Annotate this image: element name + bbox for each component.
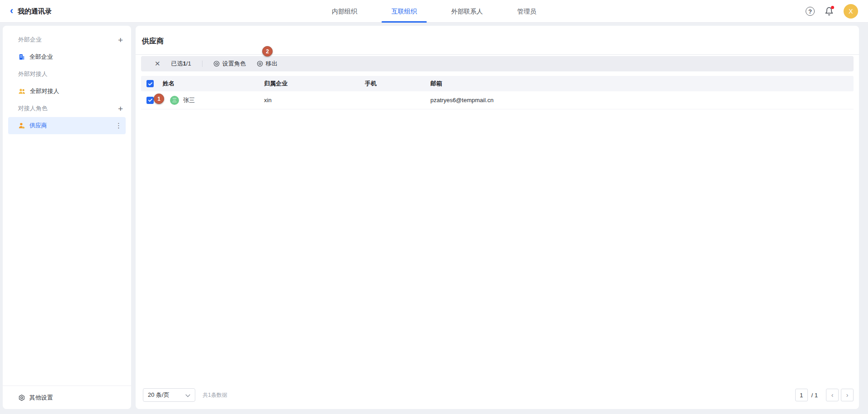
group-label: 外部企业 bbox=[18, 36, 42, 44]
building-icon bbox=[18, 53, 25, 61]
set-role-label: 设置角色 bbox=[222, 60, 246, 68]
col-header-name: 姓名 bbox=[159, 80, 260, 88]
sidebar-item-label: 全部对接人 bbox=[30, 87, 59, 95]
sidebar-group-external-liaison: 外部对接人 bbox=[3, 66, 131, 83]
page-size-value: 20 条/页 bbox=[148, 391, 170, 399]
clear-selection-icon[interactable]: ✕ bbox=[155, 60, 160, 68]
sidebar-item-label: 供应商 bbox=[29, 122, 47, 130]
page-size-select[interactable]: 20 条/页 bbox=[143, 388, 195, 402]
row-avatar: 三 bbox=[170, 96, 179, 105]
more-options-icon[interactable]: ⋮ bbox=[115, 122, 122, 130]
notification-bell-icon[interactable] bbox=[825, 7, 834, 16]
selected-suffix: /1 bbox=[186, 60, 191, 67]
next-page-button[interactable]: › bbox=[841, 389, 854, 401]
group-label: 外部对接人 bbox=[18, 70, 47, 78]
current-page-input[interactable]: 1 bbox=[795, 389, 808, 401]
main-panel: 供应商 ✕ 已选1/1 设置角色 移出 姓名 归属企业 手机 bbox=[136, 26, 859, 409]
remove-label: 移出 bbox=[266, 60, 278, 68]
col-header-mobile: 手机 bbox=[361, 80, 427, 88]
pagination: 1 / 1 ‹ › bbox=[795, 389, 854, 401]
row-email: pzatryes6@tempmail.cn bbox=[427, 97, 854, 104]
remove-button[interactable]: 移出 bbox=[257, 60, 278, 68]
settings-gear-icon bbox=[18, 394, 25, 401]
sidebar-item-label: 全部企业 bbox=[29, 53, 53, 61]
table-row[interactable]: 三 张三 xin pzatryes6@tempmail.cn bbox=[141, 91, 854, 109]
selected-count: 1 bbox=[183, 60, 186, 67]
row-name: 张三 bbox=[183, 96, 195, 104]
selected-count-text: 已选1/1 bbox=[171, 60, 191, 68]
tab-admin[interactable]: 管理员 bbox=[517, 0, 536, 23]
add-enterprise-icon[interactable]: + bbox=[118, 36, 123, 44]
selection-toolbar: ✕ 已选1/1 设置角色 移出 bbox=[141, 56, 854, 71]
set-role-button[interactable]: 设置角色 bbox=[213, 60, 246, 68]
chevron-down-icon bbox=[185, 392, 190, 399]
page-total-text: / 1 bbox=[811, 392, 818, 399]
group-label: 对接人角色 bbox=[18, 104, 47, 113]
members-table: 姓名 归属企业 手机 邮箱 三 张三 xin pzatryes6@tempmai… bbox=[141, 76, 854, 109]
sidebar: 外部企业 + 全部企业 外部对接人 全部对接人 对接人角色 + 供应商 bbox=[3, 26, 131, 409]
header-tabs: 内部组织 互联组织 外部联系人 管理员 bbox=[0, 0, 868, 23]
other-settings-label: 其他设置 bbox=[29, 394, 53, 402]
prev-page-button[interactable]: ‹ bbox=[826, 389, 839, 401]
tab-external-contacts[interactable]: 外部联系人 bbox=[451, 0, 483, 23]
other-settings-button[interactable]: 其他设置 bbox=[3, 386, 131, 409]
remove-ring-icon bbox=[257, 61, 263, 67]
select-all-checkbox[interactable] bbox=[146, 80, 154, 87]
table-header-row: 姓名 归属企业 手机 邮箱 bbox=[141, 76, 854, 91]
annotation-marker-1: 1 bbox=[154, 94, 164, 104]
row-checkbox[interactable] bbox=[146, 97, 154, 104]
row-company: xin bbox=[260, 97, 361, 104]
sidebar-item-all-liaisons[interactable]: 全部对接人 bbox=[8, 83, 126, 100]
toolbar-divider bbox=[202, 61, 203, 67]
user-avatar[interactable]: X bbox=[844, 4, 858, 19]
role-ring-icon bbox=[213, 61, 220, 67]
notification-dot bbox=[831, 6, 834, 9]
tab-internal-org[interactable]: 内部组织 bbox=[332, 0, 357, 23]
add-role-icon[interactable]: + bbox=[118, 104, 123, 113]
sidebar-group-liaison-roles: 对接人角色 + bbox=[3, 100, 131, 117]
table-footer: 20 条/页 共1条数据 1 / 1 ‹ › bbox=[136, 384, 859, 409]
sidebar-group-external-enterprise: 外部企业 + bbox=[3, 31, 131, 48]
supplier-person-icon bbox=[18, 122, 25, 129]
people-icon bbox=[18, 88, 26, 95]
top-header: ‹ 我的通讯录 内部组织 互联组织 外部联系人 管理员 ? X bbox=[0, 0, 868, 23]
col-header-company: 归属企业 bbox=[260, 80, 361, 88]
content-title: 供应商 bbox=[136, 26, 859, 55]
help-icon[interactable]: ? bbox=[806, 7, 815, 16]
sidebar-item-supplier[interactable]: 供应商 ⋮ bbox=[8, 117, 126, 134]
sidebar-item-all-enterprises[interactable]: 全部企业 bbox=[8, 48, 126, 66]
annotation-marker-2: 2 bbox=[262, 46, 273, 56]
selected-prefix: 已选 bbox=[171, 60, 183, 67]
total-count-text: 共1条数据 bbox=[203, 391, 227, 399]
col-header-email: 邮箱 bbox=[427, 80, 854, 88]
tab-connected-org[interactable]: 互联组织 bbox=[392, 0, 417, 23]
